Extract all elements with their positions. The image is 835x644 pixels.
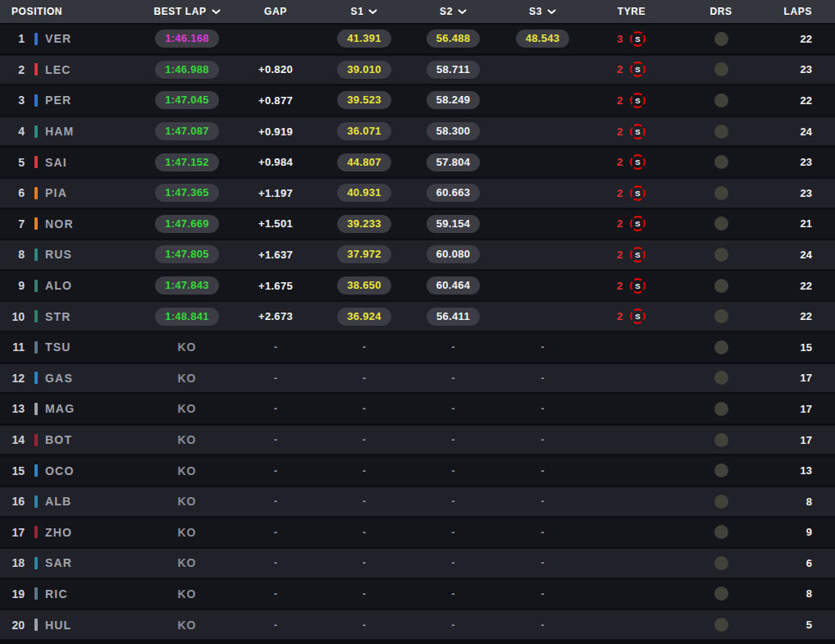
best-lap-value: 1:46.168 [155, 30, 219, 48]
laps-cell: 17 [766, 372, 835, 384]
best-lap-cell: 1:47.087 [143, 122, 231, 140]
team-color-bar [34, 341, 38, 354]
position-number: 19 [5, 587, 25, 601]
laps-cell: 23 [766, 187, 835, 199]
table-row-rus[interactable]: 8 RUS 1:47.805 +1.637 37.972 60.080 2S 2… [0, 240, 835, 272]
sector2-time: 60.663 [427, 184, 481, 202]
team-color-bar [34, 587, 38, 600]
table-row-hul[interactable]: 20 HUL KO - - - - 5 [0, 610, 835, 642]
drs-indicator-icon [714, 155, 728, 169]
team-color-bar [34, 619, 38, 631]
laps-count: 23 [801, 63, 812, 75]
drs-cell [676, 556, 766, 570]
drs-indicator-icon [714, 525, 728, 539]
table-row-mag[interactable]: 13 MAG KO - - - - 17 [0, 395, 835, 426]
table-row-nor[interactable]: 7 NOR 1:47.669 +1.501 39.233 59.154 2S 2… [0, 210, 835, 241]
column-header-s2[interactable]: S2 [408, 6, 498, 17]
sector1-cell: 44.807 [320, 153, 408, 171]
driver-code: PER [45, 94, 71, 107]
best-lap-cell: KO [143, 526, 231, 539]
position-cell: 8 RUS [0, 248, 143, 261]
position-number: 14 [5, 433, 25, 446]
gap-value: - [274, 527, 277, 538]
table-row-ric[interactable]: 19 RIC KO - - - - 8 [0, 580, 835, 611]
column-header-drs: DRS [676, 6, 766, 17]
sector2-cell: 56.488 [408, 30, 498, 48]
sector3-cell: 48.543 [498, 30, 587, 48]
gap-value: +1.501 [258, 217, 293, 230]
column-header-best-lap[interactable]: BEST LAP [143, 6, 231, 17]
team-color-bar [34, 217, 38, 230]
tyre-cell: 3S [587, 30, 676, 48]
sector2-cell: - [408, 619, 498, 631]
drs-cell [676, 618, 766, 632]
best-lap-cell: 1:47.045 [143, 91, 231, 109]
soft-tyre-icon: S [629, 185, 646, 202]
sector2-cell: - [408, 465, 498, 477]
svg-text:S: S [635, 96, 640, 105]
tyre-cell: 2S [587, 185, 676, 202]
table-row-oco[interactable]: 15 OCO KO - - - - 13 [0, 456, 835, 487]
laps-cell: 22 [766, 94, 835, 107]
sector1-cell: 39.523 [320, 91, 408, 109]
sector2-cell: - [408, 341, 498, 353]
gap-value: - [274, 619, 277, 631]
tyre-cell: 2S [587, 61, 676, 78]
position-number: 11 [5, 340, 25, 354]
table-row-ver[interactable]: 1 VER 1:46.168 41.391 56.488 48.543 3S 2… [0, 25, 835, 56]
sector3-cell: - [498, 527, 587, 538]
best-lap-cell: 1:47.669 [143, 215, 231, 233]
team-color-bar [34, 464, 38, 477]
table-row-sar[interactable]: 18 SAR KO - - - - 6 [0, 549, 835, 580]
column-header-s3[interactable]: S3 [498, 6, 587, 17]
table-row-per[interactable]: 3 PER 1:47.045 +0.877 39.523 58.249 2S 2… [0, 86, 835, 117]
team-color-bar [34, 526, 38, 538]
best-lap-value: 1:47.045 [155, 91, 219, 109]
sector3-time: - [541, 465, 545, 477]
sector1-time: - [363, 527, 366, 538]
gap-value: - [274, 496, 277, 507]
sector1-cell: 39.233 [320, 215, 408, 233]
soft-tyre-icon: S [629, 61, 646, 78]
sector3-cell: - [498, 588, 587, 600]
column-header-s1[interactable]: S1 [320, 6, 408, 17]
laps-cell: 22 [766, 310, 835, 322]
table-row-sai[interactable]: 5 SAI 1:47.152 +0.984 44.807 57.804 2S 2… [0, 148, 835, 179]
sector1-time: 39.523 [337, 91, 391, 109]
table-row-bot[interactable]: 14 BOT KO - - - - 17 [0, 426, 835, 457]
sector1-cell: 38.650 [320, 276, 408, 295]
sector2-time: - [452, 341, 455, 353]
sector3-cell: - [498, 434, 587, 445]
position-cell: 3 PER [0, 94, 143, 107]
position-number: 9 [5, 279, 25, 292]
driver-code: NOR [45, 217, 74, 231]
position-number: 1 [5, 32, 25, 45]
table-row-pia[interactable]: 6 PIA 1:47.365 +1.197 40.931 60.663 2S 2… [0, 179, 835, 210]
best-lap-cell: KO [143, 556, 231, 569]
team-color-bar [34, 557, 38, 569]
table-row-ham[interactable]: 4 HAM 1:47.087 +0.919 36.071 58.300 2S 2… [0, 117, 835, 148]
table-row-str[interactable]: 10 STR 1:48.841 +2.673 36.924 56.411 2S … [0, 302, 835, 333]
sector2-time: - [452, 465, 455, 477]
table-row-tsu[interactable]: 11 TSU KO - - - - 15 [0, 333, 835, 364]
sector1-time: - [363, 588, 366, 600]
sector2-cell: - [408, 434, 498, 445]
table-row-alo[interactable]: 9 ALO 1:47.843 +1.675 38.650 60.464 2S 2… [0, 272, 835, 303]
driver-code: BOT [45, 433, 72, 446]
gap-value: +0.919 [258, 126, 293, 138]
best-lap-value: KO [178, 340, 197, 354]
drs-indicator-icon [714, 94, 728, 107]
drs-indicator-icon [714, 371, 728, 385]
gap-cell: +0.984 [231, 156, 320, 168]
best-lap-cell: KO [143, 340, 231, 354]
table-row-zho[interactable]: 17 ZHO KO - - - - 9 [0, 518, 835, 550]
tyre-count: 2 [617, 249, 623, 261]
table-row-lec[interactable]: 2 LEC 1:46.988 +0.820 39.010 58.711 2S 2… [0, 56, 835, 87]
team-color-bar [34, 249, 38, 261]
sector2-time: - [452, 619, 455, 631]
table-row-gas[interactable]: 12 GAS KO - - - - 17 [0, 364, 835, 395]
gap-value: +1.197 [258, 187, 293, 199]
best-lap-value: KO [178, 587, 197, 601]
table-row-alb[interactable]: 16 ALB KO - - - - 8 [0, 487, 835, 518]
sector1-time: - [363, 496, 366, 507]
